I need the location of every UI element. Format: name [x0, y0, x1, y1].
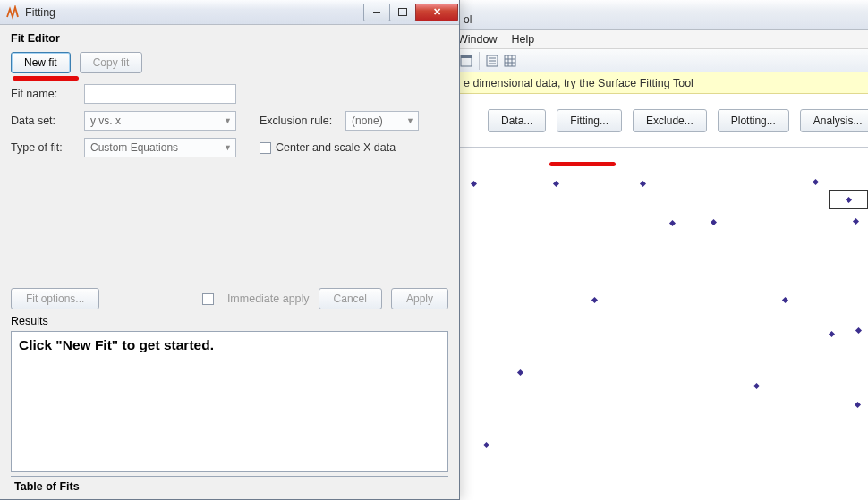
toolbar-icon[interactable]: [457, 52, 475, 70]
svg-rect-1: [461, 55, 472, 58]
main-window-title: ol: [464, 13, 472, 26]
dialog-titlebar[interactable]: Fitting: [0, 0, 459, 25]
app-icon: [5, 5, 20, 20]
chevron-down-icon: ▼: [224, 143, 232, 152]
fit-options-button[interactable]: Fit options...: [11, 288, 99, 309]
results-box: Click "New Fit" to get started.: [11, 331, 448, 472]
fitting-button[interactable]: Fitting...: [557, 109, 622, 132]
annotation-underline: [549, 162, 616, 166]
data-set-label: Data set:: [11, 114, 84, 127]
results-text: Click "New Fit" to get started.: [19, 337, 214, 352]
fit-name-input[interactable]: [84, 84, 236, 104]
analysis-button[interactable]: Analysis...: [800, 109, 868, 132]
data-button[interactable]: Data...: [488, 109, 546, 132]
maximize-button[interactable]: [389, 4, 416, 21]
menu-help[interactable]: Help: [511, 33, 534, 46]
info-text: e dimensional data, try the Surface Fitt…: [464, 77, 694, 89]
exclusion-label: Exclusion rule:: [260, 114, 345, 127]
data-set-select[interactable]: y vs. x ▼: [84, 111, 236, 131]
svg-rect-6: [505, 55, 515, 66]
chevron-down-icon: ▼: [406, 116, 414, 125]
results-label: Results: [11, 315, 448, 327]
menu-window[interactable]: Window: [457, 33, 497, 46]
exclusion-value: (none): [352, 114, 383, 127]
chevron-down-icon: ▼: [224, 116, 232, 125]
apply-button[interactable]: Apply: [391, 288, 448, 309]
immediate-label: Immediate apply: [227, 292, 310, 305]
exclusion-select[interactable]: (none) ▼: [345, 111, 419, 131]
immediate-checkbox[interactable]: [202, 293, 214, 305]
close-button[interactable]: [415, 4, 458, 21]
fit-editor-label: Fit Editor: [11, 32, 448, 45]
legend-box[interactable]: [829, 190, 868, 209]
new-fit-button[interactable]: New fit: [11, 52, 71, 73]
type-select[interactable]: Custom Equations ▼: [84, 138, 236, 157]
dialog-title: Fitting: [25, 6, 55, 19]
exclude-button[interactable]: Exclude...: [633, 109, 707, 132]
cancel-button[interactable]: Cancel: [319, 288, 382, 309]
data-set-value: y vs. x: [90, 114, 121, 127]
data-point: [845, 196, 851, 202]
grid-icon[interactable]: [501, 52, 519, 70]
legend-icon[interactable]: [483, 52, 501, 70]
toolbar-separator: [479, 52, 480, 70]
table-of-fits-label: Table of Fits: [11, 476, 448, 496]
plotting-button[interactable]: Plotting...: [718, 109, 789, 132]
type-value: Custom Equations: [90, 141, 178, 154]
center-checkbox[interactable]: [260, 142, 271, 154]
fit-name-label: Fit name:: [11, 88, 84, 100]
type-label: Type of fit:: [11, 141, 84, 154]
plot-area[interactable]: [460, 148, 868, 500]
center-label: Center and scale X data: [276, 141, 396, 154]
window-controls: [364, 4, 458, 21]
copy-fit-button[interactable]: Copy fit: [80, 52, 143, 73]
minimize-button[interactable]: [363, 4, 390, 21]
fitting-dialog: Fitting Fit Editor New fit Copy fit Fit …: [0, 0, 460, 500]
